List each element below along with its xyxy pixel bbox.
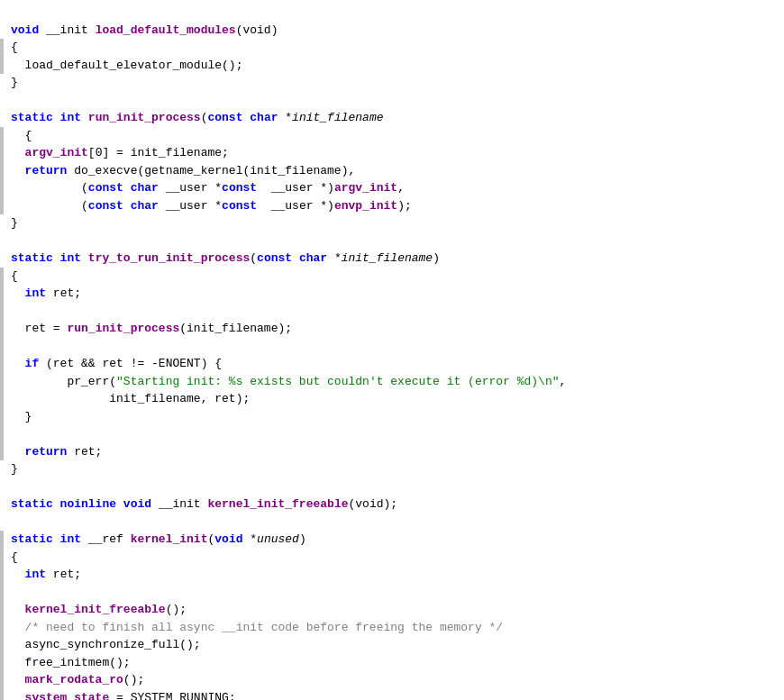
line-text: {: [7, 39, 784, 57]
line-bar: [0, 584, 4, 602]
line-text: if (ret && ret != -ENOENT) {: [7, 355, 784, 373]
line-text: [7, 232, 784, 250]
line-bar: [0, 250, 4, 268]
code-container: void __init load_default_modules(void){ …: [0, 0, 784, 700]
line-bar: [0, 425, 4, 443]
line-text: async_synchronize_full();: [7, 636, 784, 654]
code-line: (const char __user *const __user *)envp_…: [0, 197, 784, 215]
line-text: free_initmem();: [7, 654, 784, 672]
line-bar: [0, 460, 4, 478]
code-line: int ret;: [0, 566, 784, 584]
code-line: [0, 514, 784, 532]
line-text: kernel_init_freeable();: [7, 601, 784, 619]
line-text: static int __ref kernel_init(void *unuse…: [7, 531, 784, 549]
line-bar: [0, 373, 4, 391]
line-bar: [0, 390, 4, 408]
line-text: [7, 584, 784, 602]
line-bar: [0, 689, 4, 701]
line-bar: [0, 268, 4, 286]
code-line: [0, 92, 784, 110]
line-bar: [0, 320, 4, 338]
line-bar: [0, 57, 4, 75]
code-line: }: [0, 460, 784, 478]
line-text: }: [7, 408, 784, 426]
code-line: static int run_init_process(const char *…: [0, 109, 784, 127]
code-line: argv_init[0] = init_filename;: [0, 144, 784, 162]
line-bar: [0, 338, 4, 356]
code-line: static int __ref kernel_init(void *unuse…: [0, 531, 784, 549]
code-line: return do_execve(getname_kernel(init_fil…: [0, 162, 784, 180]
line-bar: [0, 514, 4, 532]
line-text: ret = run_init_process(init_filename);: [7, 320, 784, 338]
line-bar: [0, 531, 4, 549]
code-line: {: [0, 39, 784, 57]
line-text: static int try_to_run_init_process(const…: [7, 250, 784, 268]
code-line: [0, 425, 784, 443]
code-line: void __init load_default_modules(void): [0, 22, 784, 40]
code-line: }: [0, 408, 784, 426]
line-text: int ret;: [7, 566, 784, 584]
code-line: load_default_elevator_module();: [0, 57, 784, 75]
line-bar: [0, 566, 4, 584]
code-line: [0, 584, 784, 602]
line-bar: [0, 478, 4, 496]
code-line: init_filename, ret);: [0, 390, 784, 408]
line-text: (const char __user *const __user *)argv_…: [7, 179, 784, 197]
line-bar: [0, 232, 4, 250]
line-bar: [0, 303, 4, 321]
line-bar: [0, 179, 4, 197]
line-text: return do_execve(getname_kernel(init_fil…: [7, 162, 784, 180]
line-bar: [0, 214, 4, 232]
line-text: return ret;: [7, 443, 784, 461]
code-line: [0, 478, 784, 496]
line-text: init_filename, ret);: [7, 390, 784, 408]
line-text: {: [7, 549, 784, 567]
code-line: kernel_init_freeable();: [0, 601, 784, 619]
line-bar: [0, 636, 4, 654]
code-line: mark_rodata_ro();: [0, 671, 784, 689]
line-text: [7, 338, 784, 356]
line-text: {: [7, 127, 784, 145]
line-bar: [0, 109, 4, 127]
line-bar: [0, 39, 4, 57]
code-line: async_synchronize_full();: [0, 636, 784, 654]
code-line: if (ret && ret != -ENOENT) {: [0, 355, 784, 373]
code-line: }: [0, 74, 784, 92]
code-line: [0, 232, 784, 250]
line-bar: [0, 671, 4, 689]
line-text: [7, 303, 784, 321]
code-line: static noinline void __init kernel_init_…: [0, 495, 784, 514]
code-line: {: [0, 268, 784, 286]
line-text: [7, 478, 784, 496]
line-text: static noinline void __init kernel_init_…: [7, 495, 784, 514]
line-bar: [0, 197, 4, 215]
line-text: [7, 425, 784, 443]
code-line: [0, 338, 784, 356]
line-bar: [0, 443, 4, 461]
code-line: pr_err("Starting init: %s exists but cou…: [0, 373, 784, 391]
line-bar: [0, 355, 4, 373]
line-text: argv_init[0] = init_filename;: [7, 144, 784, 162]
line-text: [7, 92, 784, 110]
line-text: int ret;: [7, 285, 784, 303]
code-line: return ret;: [0, 443, 784, 461]
line-bar: [0, 92, 4, 110]
line-bar: [0, 22, 4, 40]
line-text: }: [7, 74, 784, 92]
code-line: {: [0, 127, 784, 145]
line-text: }: [7, 460, 784, 478]
line-text: pr_err("Starting init: %s exists but cou…: [7, 373, 784, 391]
line-bar: [0, 162, 4, 180]
code-line: }: [0, 214, 784, 232]
line-bar: [0, 408, 4, 426]
line-bar: [0, 74, 4, 92]
line-text: mark_rodata_ro();: [7, 671, 784, 689]
line-text: {: [7, 268, 784, 286]
line-bar: [0, 285, 4, 303]
line-bar: [0, 619, 4, 637]
line-text: static int run_init_process(const char *…: [7, 109, 784, 127]
code-line: system_state = SYSTEM_RUNNING;: [0, 689, 784, 701]
line-text: /* need to finish all async __init code …: [7, 619, 784, 637]
line-bar: [0, 127, 4, 145]
line-bar: [0, 601, 4, 619]
